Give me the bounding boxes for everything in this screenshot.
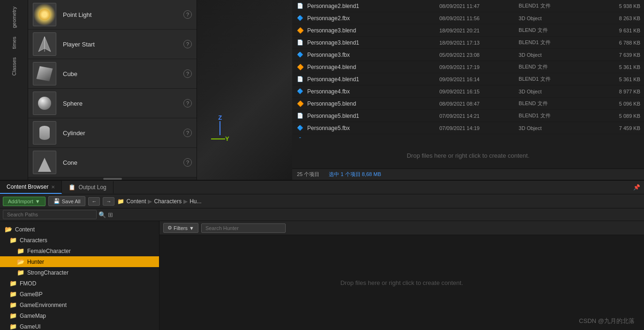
save-icon: 💾 <box>53 198 60 204</box>
folder-icon: 📁 <box>9 280 17 287</box>
search-bar: 🔍 ⊞ <box>0 208 644 221</box>
placement-label-sphere: Sphere <box>63 100 183 107</box>
tree-item-label: GameMap <box>20 313 46 319</box>
tab-output-log-icon: 📋 <box>68 184 76 191</box>
file-status-bar: 25 个项目 选中 1 个项目 8,68 MB <box>292 169 644 180</box>
info-icon-cone[interactable]: ? <box>183 158 192 167</box>
placement-item-player-start[interactable]: Player Start ? <box>28 30 197 59</box>
placement-label-point-light: Point Light <box>63 11 183 18</box>
placement-item-cylinder[interactable]: Cylinder ? <box>28 118 197 148</box>
file-type-label: BLEND1 文件 <box>519 39 598 46</box>
info-icon-cylinder[interactable]: ? <box>183 129 192 137</box>
nav-back-button[interactable]: ← <box>88 197 100 206</box>
file-row[interactable]: 🔶 Personnage3.blend 18/09/2021 20:21 BLE… <box>292 24 644 37</box>
placement-thumb-cone <box>33 151 56 174</box>
tree-item-gameenvironment[interactable]: 📁GameEnvironment <box>0 299 159 310</box>
axis-y-label: Y <box>225 135 229 142</box>
tree-item-content[interactable]: 📂Content <box>0 224 159 235</box>
file-type-label: BLEND1 文件 <box>519 76 598 83</box>
tree-item-fmod[interactable]: 📁FMOD <box>0 278 159 289</box>
sidebar-label-times[interactable]: times <box>10 35 18 51</box>
viewport-background: Z Y <box>197 0 292 180</box>
info-icon-player-start[interactable]: ? <box>183 40 192 48</box>
file-size: 8 263 KB <box>598 15 640 21</box>
pin-button[interactable]: 📌 <box>629 182 644 192</box>
sidebar-label-classes[interactable]: Classes <box>10 55 18 77</box>
breadcrumb-characters[interactable]: Characters <box>154 198 182 205</box>
file-type-label: 3D Object <box>519 125 598 131</box>
file-type-label: BLEND1 文件 <box>519 2 598 9</box>
save-all-button[interactable]: 💾 Save All <box>48 196 86 206</box>
placement-label-cylinder: Cylinder <box>63 130 183 137</box>
axis-z-label: Z <box>218 114 222 121</box>
placement-item-sphere[interactable]: Sphere ? <box>28 89 197 118</box>
file-name: Personnage5.fbx <box>307 125 439 131</box>
right-file-panel: 📄 Personnage2.blend1 08/09/2021 11:47 BL… <box>292 0 644 180</box>
breadcrumb-sep-1: ▶ <box>148 198 152 205</box>
file-name: Personnage5.blend1 <box>307 113 439 119</box>
viewport[interactable]: Z Y <box>197 0 292 180</box>
search-hunter-input[interactable] <box>201 223 286 233</box>
file-row[interactable]: 🔷 PersonnageWithAnim.fbx 09/09/2021 14:4… <box>292 134 644 138</box>
search-icon[interactable]: 🔍 <box>98 211 106 218</box>
breadcrumb-hunter[interactable]: Hu... <box>189 198 201 205</box>
tab-output-log[interactable]: 📋 Output Log <box>62 181 113 193</box>
tree-item-femalecharacter[interactable]: 📁FemaleCharacter <box>0 246 159 256</box>
folder-icon: 📁 <box>17 269 24 276</box>
add-import-button[interactable]: Add/Import ▼ <box>3 197 45 206</box>
tree-item-gameui[interactable]: 📁GameUI <box>0 321 159 330</box>
file-row[interactable]: 🔷 Personnage2.fbx 08/09/2021 11:56 3D Ob… <box>292 12 644 24</box>
tab-content-browser[interactable]: Content Browser ✕ <box>0 181 62 194</box>
file-row[interactable]: 🔶 Personnage4.blend 09/09/2021 17:19 BLE… <box>292 61 644 73</box>
axis-z-arrow <box>220 121 220 135</box>
file-type-icon: 🔶 <box>296 26 304 35</box>
tree-item-gamebp[interactable]: 📁GameBP <box>0 289 159 299</box>
file-row[interactable]: 📄 Personnage3.blend1 18/09/2021 17:13 BL… <box>292 37 644 49</box>
file-row[interactable]: 🔷 Personnage5.fbx 07/09/2021 14:19 3D Ob… <box>292 122 644 134</box>
info-icon-cube[interactable]: ? <box>183 69 192 78</box>
file-row[interactable]: 📄 Personnage5.blend1 07/09/2021 14:21 BL… <box>292 110 644 122</box>
file-type-label: 3D Object <box>519 138 598 138</box>
tree-item-strongcharacter[interactable]: 📁StrongCharacter <box>0 267 159 278</box>
file-date: 08/09/2021 11:56 <box>439 15 519 21</box>
add-import-chevron: ▼ <box>35 199 40 204</box>
file-row[interactable]: 🔷 Personnage4.fbx 09/09/2021 16:15 3D Ob… <box>292 85 644 98</box>
placement-thumb-cube <box>33 62 56 85</box>
filters-button[interactable]: ⚙ Filters ▼ <box>163 223 198 233</box>
placement-item-point-light[interactable]: Point Light ? <box>28 0 197 30</box>
info-icon-point-light[interactable]: ? <box>183 10 192 19</box>
file-type-icon: 🔷 <box>296 124 304 132</box>
search-paths-input[interactable] <box>3 210 97 219</box>
nav-forward-button[interactable]: → <box>103 197 114 206</box>
file-row[interactable]: 🔶 Personnage5.blend 08/09/2021 08:47 BLE… <box>292 98 644 110</box>
content-drop-hint: Drop files here or right click to create… <box>341 279 463 286</box>
content-area: ⚙ Filters ▼ Drop files here or right cli… <box>159 221 644 330</box>
bulb-icon <box>39 9 50 20</box>
folder-icon: 📂 <box>5 226 12 233</box>
file-type-icon: 🔷 <box>296 87 304 96</box>
tree-item-characters[interactable]: 📁Characters <box>0 235 159 246</box>
tab-content-browser-close[interactable]: ✕ <box>51 184 55 190</box>
tree-item-gamemap[interactable]: 📁GameMap <box>0 310 159 321</box>
tree-item-label: FMOD <box>20 280 36 287</box>
file-name: Personnage3.fbx <box>307 52 439 58</box>
placement-label-cone: Cone <box>63 159 183 166</box>
file-row[interactable]: 📄 Personnage2.blend1 08/09/2021 11:47 BL… <box>292 0 644 12</box>
file-type-label: BLEND 文件 <box>519 63 598 70</box>
placement-item-cone[interactable]: Cone ? <box>28 148 197 177</box>
grid-view-icon[interactable]: ⊞ <box>108 211 113 218</box>
file-row[interactable]: 📄 Personnage4.blend1 09/09/2021 16:14 BL… <box>292 73 644 85</box>
breadcrumb-content[interactable]: Content <box>126 198 146 205</box>
tree-item-label: FemaleCharacter <box>27 248 71 254</box>
placement-item-cube[interactable]: Cube ? <box>28 59 197 89</box>
placement-thumb-sphere <box>33 92 56 115</box>
info-icon-sphere[interactable]: ? <box>183 99 192 107</box>
tree-item-hunter[interactable]: 📂Hunter <box>0 256 159 267</box>
file-row[interactable]: 🔷 Personnage3.fbx 05/09/2021 23:08 3D Ob… <box>292 49 644 61</box>
sidebar-label-geometry[interactable]: geometry <box>10 5 18 30</box>
file-type-label: 3D Object <box>519 52 598 58</box>
folder-icon: 📁 <box>9 323 17 330</box>
placement-thumb-cylinder <box>33 121 56 145</box>
file-date: 07/09/2021 14:19 <box>439 125 519 131</box>
file-type-icon: 🔷 <box>296 51 304 59</box>
